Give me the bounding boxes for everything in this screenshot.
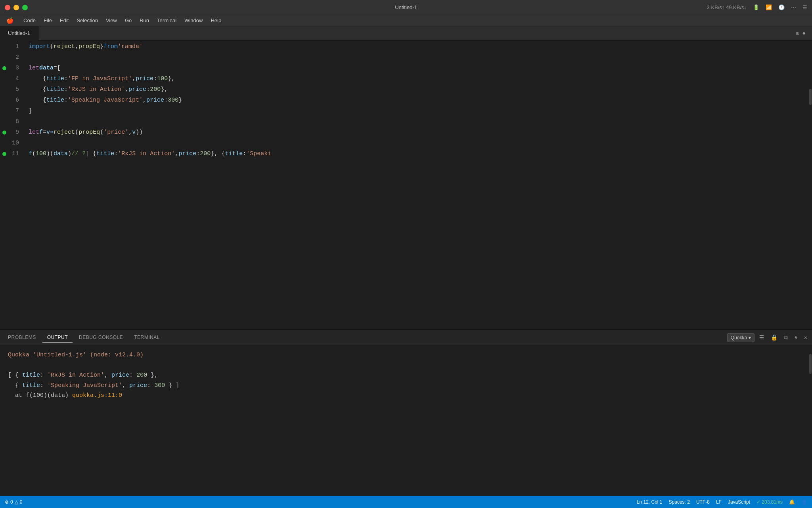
output-line-1: Quokka 'Untitled-1.js' (node: v12.4.0)	[8, 350, 804, 360]
line-num-11: 11	[0, 148, 24, 159]
status-language[interactable]: JavaScript	[728, 499, 750, 505]
output-str-rxjs: 'RxJS in Action'	[47, 372, 104, 379]
titlebar: Untitled-1 3 KB/s↑ 49 KB/s↓ 🔋 📶 🕐 ⋯ ☰	[0, 0, 812, 15]
error-count: 0	[10, 499, 13, 505]
line-num-9: 9	[0, 127, 24, 138]
code-line-6: { title: 'Speaking JavaScript', price: 3…	[29, 95, 809, 106]
scrollbar-thumb[interactable]	[809, 89, 812, 105]
tab-problems[interactable]: PROBLEMS	[3, 333, 41, 343]
code-line-10	[29, 138, 809, 148]
status-spaces[interactable]: Spaces: 2	[669, 499, 690, 505]
titlebar-right: 3 KB/s↑ 49 KB/s↓ 🔋 📶 🕐 ⋯ ☰	[707, 4, 807, 10]
statusbar: ⊗ 0 △ 0 Ln 12, Col 1 Spaces: 2 UTF-8 LF …	[0, 496, 812, 508]
panel-area: PROBLEMS OUTPUT DEBUG CONSOLE TERMINAL Q…	[0, 329, 812, 496]
code-line-4: { title: 'FP in JavaScript', price: 100 …	[29, 73, 809, 84]
warning-count: 0	[20, 499, 23, 505]
menu-window[interactable]: Window	[181, 17, 206, 24]
menu-file[interactable]: File	[40, 17, 55, 24]
menu-terminal[interactable]: Terminal	[154, 17, 180, 24]
clear-output-icon[interactable]: ☰	[758, 333, 766, 342]
menu-go[interactable]: Go	[122, 17, 135, 24]
status-errors[interactable]: ⊗ 0 △ 0	[5, 499, 22, 505]
code-editor[interactable]: import { reject, propEq } from 'ramda' l…	[24, 40, 809, 329]
line-num-10: 10	[0, 138, 24, 148]
lock-icon[interactable]: 🔒	[769, 333, 779, 342]
output-prop-price1: price	[111, 372, 129, 379]
network-status: 3 KB/s↑ 49 KB/s↓	[707, 4, 747, 10]
panel-scrollbar[interactable]	[809, 345, 812, 496]
output-num-300: 300	[154, 382, 165, 389]
line-numbers: 1 2 3 4 5 6 7 8 9 10 11	[0, 40, 24, 329]
code-line-11: f(100)(data) // ? [ { title: 'RxJS in Ac…	[29, 148, 809, 159]
panel-output-content: Quokka 'Untitled-1.js' (node: v12.4.0) […	[0, 345, 812, 496]
tab-terminal[interactable]: TERMINAL	[129, 333, 165, 343]
line-num-1: 1	[0, 41, 24, 52]
battery-icon: 🔋	[753, 4, 759, 10]
code-line-7: ]	[29, 106, 809, 116]
wifi-icon: 📶	[766, 4, 772, 10]
code-line-3: let data = [	[29, 63, 809, 73]
editor-scrollbar[interactable]	[809, 40, 812, 329]
status-eol[interactable]: LF	[716, 499, 722, 505]
menu-selection[interactable]: Selection	[73, 17, 101, 24]
status-notification[interactable]: 🔔	[789, 499, 795, 505]
output-line-3: [ { title: 'RxJS in Action', price: 200 …	[8, 370, 804, 381]
close-panel-icon[interactable]: ✕	[802, 333, 809, 342]
output-link[interactable]: quokka.js:11:0	[72, 392, 122, 399]
close-button[interactable]	[5, 5, 10, 10]
tab-label: Untitled-1	[8, 30, 30, 36]
notification-icon: ⋯	[791, 4, 796, 10]
status-encoding[interactable]: UTF-8	[696, 499, 710, 505]
menu-run[interactable]: Run	[136, 17, 152, 24]
copy-icon[interactable]: ⧉	[782, 334, 789, 342]
menu-help[interactable]: Help	[207, 17, 224, 24]
line-num-2: 2	[0, 52, 24, 63]
clock-icon: 🕐	[778, 4, 785, 10]
output-str-speaking: 'Speaking JavaScript'	[47, 382, 122, 389]
tab-output[interactable]: OUTPUT	[42, 333, 73, 343]
status-position[interactable]: Ln 12, Col 1	[637, 499, 663, 505]
window-title: Untitled-1	[395, 4, 417, 10]
output-at-prefix: at f(100)(data)	[8, 392, 72, 399]
minimize-button[interactable]	[13, 5, 19, 10]
line-num-5: 5	[0, 84, 24, 95]
warning-icon: △	[15, 499, 18, 505]
panel-tabbar: PROBLEMS OUTPUT DEBUG CONSOLE TERMINAL Q…	[0, 330, 812, 345]
status-timing: ✓ 203.81ms	[756, 499, 783, 505]
settings-dot-icon[interactable]: ●	[802, 30, 806, 37]
expand-up-icon[interactable]: ∧	[793, 333, 799, 342]
menu-view[interactable]: View	[103, 17, 120, 24]
output-selector[interactable]: Quokka ▾	[727, 333, 755, 342]
output-prop-title1: title	[22, 372, 40, 379]
code-line-9: let f = v ⇒ reject(propEq('price', v))	[29, 127, 809, 138]
line-num-6: 6	[0, 95, 24, 106]
line-num-4: 4	[0, 73, 24, 84]
panel-scrollbar-thumb[interactable]	[809, 354, 812, 374]
error-icon: ⊗	[5, 499, 9, 505]
menu-edit[interactable]: Edit	[57, 17, 72, 24]
output-num-200: 200	[136, 372, 147, 379]
breakpoint-dot-9	[2, 131, 6, 135]
editor-area: 1 2 3 4 5 6 7 8 9 10 11 import { r	[0, 40, 812, 496]
status-user-icon[interactable]: 👤	[801, 499, 807, 505]
tabbar: Untitled-1 ⊞ ●	[0, 26, 812, 40]
tabbar-icons: ⊞ ●	[796, 30, 812, 37]
status-left: ⊗ 0 △ 0	[5, 499, 22, 505]
code-line-2	[29, 52, 809, 63]
menu-apple[interactable]: 🍎	[3, 16, 17, 25]
maximize-button[interactable]	[22, 5, 28, 10]
menu-code[interactable]: Code	[20, 17, 39, 24]
menubar: 🍎 Code File Edit Selection View Go Run T…	[0, 15, 812, 26]
breakpoint-dot-11	[2, 152, 6, 156]
split-editor-icon[interactable]: ⊞	[796, 30, 799, 37]
editor-content[interactable]: 1 2 3 4 5 6 7 8 9 10 11 import { r	[0, 40, 812, 329]
tab-debug-console[interactable]: DEBUG CONSOLE	[74, 333, 128, 343]
editor-tab[interactable]: Untitled-1	[0, 26, 38, 40]
line-num-3: 3	[0, 63, 24, 73]
line-num-8: 8	[0, 116, 24, 127]
code-line-8	[29, 116, 809, 127]
output-prop-price2: price	[129, 382, 147, 389]
code-line-5: { title: 'RxJS in Action', price: 200 },	[29, 84, 809, 95]
chevron-down-icon: ▾	[749, 335, 751, 341]
code-line-1: import { reject, propEq } from 'ramda'	[29, 41, 809, 52]
